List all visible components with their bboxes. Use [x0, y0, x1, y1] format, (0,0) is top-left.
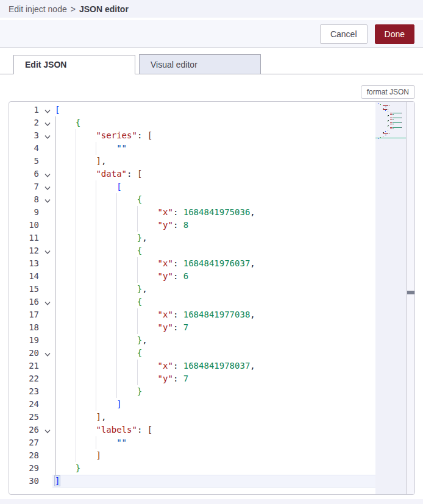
format-json-button[interactable]: format JSON [361, 85, 415, 99]
minimap-token [383, 132, 384, 133]
code-text: [ [55, 180, 122, 193]
code-line: 11 }, [9, 232, 375, 244]
scrollbar-thumb[interactable] [407, 291, 414, 294]
minimap-token [386, 109, 387, 110]
line-number: 18 [9, 321, 39, 334]
minimap-token [389, 133, 389, 134]
code-text: } [55, 462, 80, 475]
code-text: "y": 8 [55, 219, 188, 232]
minimap-token [392, 127, 393, 128]
tab-bar: Edit JSON Visual editor [0, 49, 423, 74]
fold-toggle-icon[interactable] [43, 183, 52, 191]
minimap-token [401, 127, 402, 128]
minimap-token [388, 115, 389, 116]
code-text: { [55, 296, 142, 308]
minimap-token [392, 122, 393, 123]
code-line: 8 { [9, 193, 375, 206]
code-line: 12 { [9, 244, 375, 257]
code-line: 29 } [9, 462, 375, 475]
breadcrumb: Edit inject node > JSON editor [0, 0, 423, 19]
tab-visual-editor[interactable]: Visual editor [139, 54, 261, 74]
code-line: 3 "series": [ [9, 129, 375, 142]
code-line: 17 "x": 1684841977038, [9, 308, 375, 321]
code-line: 2 { [9, 116, 375, 129]
code-text: "y": 7 [55, 372, 188, 385]
fold-toggle-icon[interactable] [43, 247, 52, 255]
minimap-token [383, 108, 384, 108]
code-line: 26 "labels": [ [9, 424, 375, 436]
done-button[interactable]: Done [375, 24, 414, 44]
minimap-token [385, 110, 386, 111]
minimap[interactable] [375, 102, 406, 494]
minimap-token [380, 137, 381, 138]
code-text: { [55, 193, 142, 206]
minimap-token [392, 124, 393, 124]
fold-toggle-icon[interactable] [43, 427, 52, 434]
code-line: 18 "y": 7 [9, 321, 375, 334]
line-number: 20 [9, 347, 39, 360]
code-text: "x": 1684841976037, [55, 257, 255, 270]
code-text: { [55, 116, 80, 129]
code-text: ], [55, 411, 106, 424]
line-number: 23 [9, 385, 39, 398]
code-line: 1[ [9, 104, 375, 116]
minimap-token [383, 105, 388, 106]
line-number: 11 [9, 232, 39, 244]
minimap-token [393, 127, 401, 128]
line-number: 1 [9, 104, 39, 116]
line-number: 13 [9, 257, 39, 270]
line-number: 8 [9, 193, 39, 206]
code-text: }, [55, 283, 148, 296]
line-number: 24 [9, 398, 39, 411]
code-text: ] [55, 449, 101, 462]
minimap-token [393, 118, 401, 118]
code-line: 16 { [9, 296, 375, 308]
fold-toggle-icon[interactable] [43, 350, 52, 357]
minimap-token [392, 118, 393, 118]
minimap-token [388, 125, 389, 126]
code-line: 21 "x": 1684841978037, [9, 360, 375, 372]
line-number: 25 [9, 411, 39, 424]
fold-toggle-icon[interactable] [43, 171, 52, 178]
code-line: 5 ], [9, 155, 375, 168]
scrollbar-track[interactable] [406, 102, 414, 494]
code-line: 4 "" [9, 142, 375, 155]
code-text: "" [55, 436, 127, 449]
fold-toggle-icon[interactable] [43, 107, 52, 114]
json-code-editor[interactable]: 1[2 {3 "series": [4 ""5 ],6 "data": [7 [… [9, 101, 415, 495]
line-number: 21 [9, 360, 39, 372]
code-lines[interactable]: 1[2 {3 "series": [4 ""5 ],6 "data": [7 [… [9, 104, 375, 488]
fold-toggle-icon[interactable] [43, 196, 52, 204]
line-number: 7 [9, 180, 39, 193]
breadcrumb-parent[interactable]: Edit inject node [9, 4, 67, 14]
code-line: 14 "y": 6 [9, 270, 375, 283]
cancel-button[interactable]: Cancel [320, 24, 368, 44]
fold-toggle-icon[interactable] [43, 299, 52, 306]
minimap-token [388, 133, 388, 134]
code-line: 19 }, [9, 334, 375, 347]
line-number: 3 [9, 129, 39, 142]
line-number: 6 [9, 168, 39, 180]
minimap-token [393, 114, 394, 115]
code-text: "" [55, 142, 127, 155]
code-text: "y": 7 [55, 321, 188, 334]
line-number: 29 [9, 462, 39, 475]
code-line: 28 ] [9, 449, 375, 462]
fold-toggle-icon[interactable] [43, 132, 52, 140]
code-line: 15 }, [9, 283, 375, 296]
minimap-content [375, 102, 406, 494]
minimap-token [388, 130, 388, 130]
minimap-token [383, 136, 383, 137]
fold-toggle-icon[interactable] [43, 119, 52, 127]
code-line: 24 ] [9, 398, 375, 411]
minimap-token [388, 109, 388, 110]
code-text: "x": 1684841975036, [55, 206, 255, 219]
code-text: ], [55, 155, 106, 168]
code-line: 10 "y": 8 [9, 219, 375, 232]
code-text: }, [55, 232, 148, 244]
code-line: 20 { [9, 347, 375, 360]
code-line: 27 "" [9, 436, 375, 449]
minimap-token [392, 119, 393, 119]
line-number: 10 [9, 219, 39, 232]
tab-edit-json[interactable]: Edit JSON [13, 55, 135, 74]
